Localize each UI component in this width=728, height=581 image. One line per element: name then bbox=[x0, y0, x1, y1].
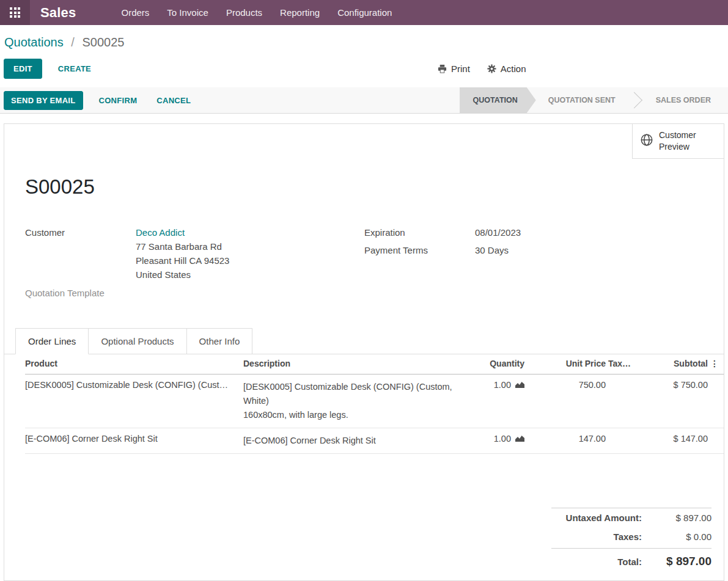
menu-reporting[interactable]: Reporting bbox=[280, 7, 320, 18]
customer-address-line-3: United States bbox=[136, 268, 229, 282]
line-end-spacer bbox=[710, 428, 724, 454]
taxes-row: Taxes: $ 0.00 bbox=[551, 527, 711, 546]
col-header-unit-price[interactable]: Unit Price bbox=[527, 354, 608, 375]
field-group-right: Expiration 08/01/2023 Payment Terms 30 D… bbox=[364, 225, 703, 304]
menu-to-invoice[interactable]: To Invoice bbox=[167, 7, 208, 18]
payment-terms-label: Payment Terms bbox=[364, 243, 475, 257]
menu-products[interactable]: Products bbox=[226, 7, 262, 18]
line-quantity: 1.00 bbox=[462, 428, 527, 454]
quotation-title: S00025 bbox=[25, 175, 724, 199]
line-taxes bbox=[608, 428, 634, 454]
line-description: [DESK0005] Customizable Desk (CONFIG) (C… bbox=[243, 375, 462, 428]
apps-menu-button[interactable] bbox=[0, 0, 30, 25]
tab-order-lines[interactable]: Order Lines bbox=[15, 328, 89, 354]
quantity-value: 1.00 bbox=[494, 380, 511, 390]
col-header-product[interactable]: Product bbox=[25, 354, 243, 375]
breadcrumb-separator: / bbox=[71, 35, 75, 49]
tab-optional-products[interactable]: Optional Products bbox=[88, 328, 186, 354]
total-row: Total: $ 897.00 bbox=[551, 548, 711, 572]
stage-sales-order[interactable]: SALES ORDER bbox=[644, 87, 723, 113]
order-line-row[interactable]: [DESK0005] Customizable Desk (CONFIG) (C… bbox=[25, 375, 724, 428]
expiration-field-row: Expiration 08/01/2023 bbox=[364, 225, 703, 239]
quotation-template-field-row: Quotation Template bbox=[25, 286, 364, 300]
customer-address-line-1: 77 Santa Barbara Rd bbox=[136, 239, 229, 254]
line-taxes bbox=[608, 375, 634, 428]
col-header-subtotal[interactable]: Subtotal bbox=[634, 354, 710, 375]
line-subtotal: $ 147.00 bbox=[634, 428, 710, 454]
create-button[interactable]: CREATE bbox=[54, 64, 95, 74]
stage-quotation-sent[interactable]: QUOTATION SENT bbox=[536, 87, 628, 113]
untaxed-amount-label: Untaxed Amount: bbox=[551, 513, 644, 523]
stage-chevron-separator bbox=[628, 87, 644, 113]
line-description: [E-COM06] Corner Desk Right Sit bbox=[243, 428, 462, 454]
apps-grid-icon bbox=[10, 7, 20, 18]
forecast-chart-icon[interactable] bbox=[515, 434, 524, 444]
menu-configuration[interactable]: Configuration bbox=[337, 7, 392, 18]
customer-link[interactable]: Deco Addict bbox=[136, 227, 185, 238]
col-header-taxes[interactable]: Tax… bbox=[608, 354, 634, 375]
table-header-row: Product Description Quantity Unit Price … bbox=[25, 354, 724, 375]
status-pipeline: QUOTATION QUOTATION SENT SALES ORDER bbox=[460, 87, 723, 113]
globe-icon bbox=[640, 133, 653, 149]
customer-field-row: Customer Deco Addict 77 Santa Barbara Rd… bbox=[25, 225, 364, 282]
top-menu: Orders To Invoice Products Reporting Con… bbox=[122, 7, 392, 18]
line-product: [E-COM06] Corner Desk Right Sit bbox=[25, 428, 243, 454]
print-menu-label: Print bbox=[451, 64, 470, 74]
field-groups: Customer Deco Addict 77 Santa Barbara Rd… bbox=[4, 225, 724, 304]
app-name[interactable]: Sales bbox=[40, 5, 76, 21]
total-label: Total: bbox=[551, 557, 644, 567]
form-control-row: EDIT CREATE Print bbox=[4, 59, 728, 79]
tab-other-info[interactable]: Other Info bbox=[186, 328, 253, 354]
col-header-description[interactable]: Description bbox=[243, 354, 462, 375]
taxes-value: $ 0.00 bbox=[644, 532, 711, 542]
statusbar-buttons: SEND BY EMAIL CONFIRM CANCEL bbox=[0, 87, 460, 113]
order-line-row[interactable]: [E-COM06] Corner Desk Right Sit [E-COM06… bbox=[25, 428, 724, 454]
document-actions: Print Action bbox=[438, 59, 526, 79]
expiration-label: Expiration bbox=[364, 225, 475, 239]
notebook-tabs: Order Lines Optional Products Other Info bbox=[4, 328, 724, 354]
quantity-value: 1.00 bbox=[494, 434, 511, 444]
breadcrumb: Quotations / S00025 bbox=[0, 25, 728, 49]
description-line: 160x80cm, with large legs. bbox=[243, 408, 460, 422]
customer-address-line-2: Pleasant Hill CA 94523 bbox=[136, 254, 229, 268]
description-line: [DESK0005] Customizable Desk (CONFIG) (C… bbox=[243, 380, 460, 408]
expiration-value: 08/01/2023 bbox=[475, 225, 521, 239]
line-product: [DESK0005] Customizable Desk (CONFIG) (C… bbox=[25, 375, 243, 428]
sales-quotation-page: Sales Orders To Invoice Products Reporti… bbox=[0, 0, 728, 581]
stage-quotation[interactable]: QUOTATION bbox=[460, 87, 536, 113]
line-quantity: 1.00 bbox=[462, 375, 527, 428]
form-sheet: Customer Preview S00025 Customer Deco Ad… bbox=[4, 123, 724, 581]
action-menu[interactable]: Action bbox=[487, 64, 526, 74]
send-by-email-button[interactable]: SEND BY EMAIL bbox=[4, 91, 83, 110]
edit-button[interactable]: EDIT bbox=[4, 59, 42, 79]
menu-orders[interactable]: Orders bbox=[122, 7, 150, 18]
optional-columns-icon[interactable]: ⋮ bbox=[710, 354, 724, 375]
col-header-quantity[interactable]: Quantity bbox=[462, 354, 527, 375]
print-menu[interactable]: Print bbox=[438, 64, 470, 74]
order-lines-table: Product Description Quantity Unit Price … bbox=[25, 354, 724, 454]
action-menu-label: Action bbox=[501, 64, 526, 74]
untaxed-amount-row: Untaxed Amount: $ 897.00 bbox=[551, 508, 711, 527]
field-group-left: Customer Deco Addict 77 Santa Barbara Rd… bbox=[25, 225, 364, 304]
description-line: [E-COM06] Corner Desk Right Sit bbox=[243, 434, 460, 448]
total-value: $ 897.00 bbox=[644, 555, 711, 568]
taxes-label: Taxes: bbox=[551, 532, 644, 542]
printer-icon bbox=[438, 64, 447, 73]
forecast-chart-icon[interactable] bbox=[515, 380, 524, 390]
cancel-button[interactable]: CANCEL bbox=[153, 95, 194, 106]
customer-label: Customer bbox=[25, 225, 136, 282]
line-unit-price: 750.00 bbox=[527, 375, 608, 428]
untaxed-amount-value: $ 897.00 bbox=[644, 513, 711, 523]
customer-preview-button[interactable]: Customer Preview bbox=[632, 124, 724, 159]
customer-preview-label: Customer Preview bbox=[659, 130, 716, 153]
quotation-template-label: Quotation Template bbox=[25, 286, 136, 300]
line-unit-price: 147.00 bbox=[527, 428, 608, 454]
breadcrumb-quotations-link[interactable]: Quotations bbox=[4, 35, 64, 49]
breadcrumb-current: S00025 bbox=[82, 35, 124, 49]
top-navbar: Sales Orders To Invoice Products Reporti… bbox=[0, 0, 728, 25]
statusbar: SEND BY EMAIL CONFIRM CANCEL QUOTATION Q… bbox=[0, 87, 728, 114]
line-subtotal: $ 750.00 bbox=[634, 375, 710, 428]
confirm-button[interactable]: CONFIRM bbox=[95, 95, 141, 106]
gear-icon bbox=[487, 64, 496, 73]
payment-terms-value: 30 Days bbox=[475, 243, 509, 257]
